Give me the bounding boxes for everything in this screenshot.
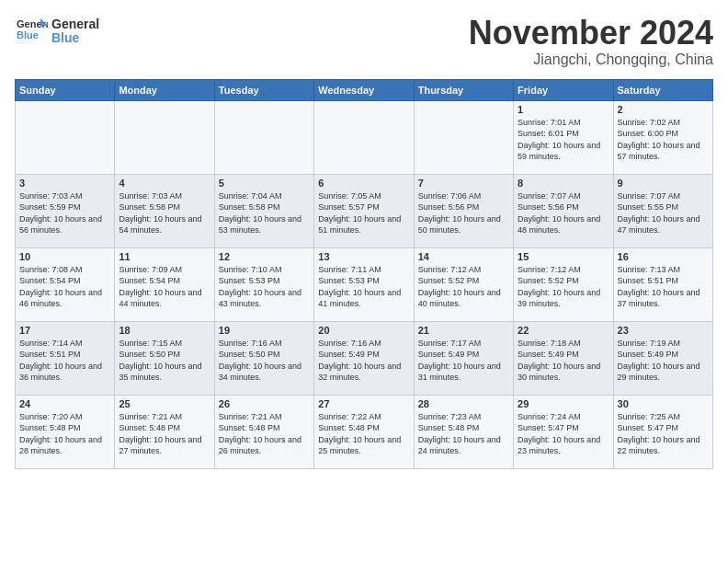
calendar-cell: 11Sunrise: 7:09 AM Sunset: 5:54 PM Dayli… (115, 247, 214, 321)
day-number: 11 (119, 251, 210, 262)
calendar-cell (115, 100, 214, 174)
day-info: Sunrise: 7:11 AM Sunset: 5:53 PM Dayligh… (318, 264, 409, 310)
calendar-cell: 25Sunrise: 7:21 AM Sunset: 5:48 PM Dayli… (115, 395, 214, 468)
day-number: 3 (19, 178, 110, 189)
calendar-cell: 9Sunrise: 7:07 AM Sunset: 5:55 PM Daylig… (613, 174, 712, 247)
day-info: Sunrise: 7:21 AM Sunset: 5:48 PM Dayligh… (119, 411, 210, 457)
day-info: Sunrise: 7:19 AM Sunset: 5:49 PM Dayligh… (618, 338, 709, 384)
day-info: Sunrise: 7:04 AM Sunset: 5:58 PM Dayligh… (219, 190, 310, 236)
calendar-cell: 29Sunrise: 7:24 AM Sunset: 5:47 PM Dayli… (514, 395, 613, 468)
day-number: 12 (219, 251, 310, 262)
calendar-cell: 22Sunrise: 7:18 AM Sunset: 5:49 PM Dayli… (514, 321, 613, 395)
header: General Blue General Blue November 2024 … (15, 15, 713, 68)
day-info: Sunrise: 7:09 AM Sunset: 5:54 PM Dayligh… (119, 264, 210, 310)
day-info: Sunrise: 7:02 AM Sunset: 6:00 PM Dayligh… (618, 117, 709, 163)
calendar-cell: 3Sunrise: 7:03 AM Sunset: 5:59 PM Daylig… (16, 174, 115, 247)
calendar-cell: 24Sunrise: 7:20 AM Sunset: 5:48 PM Dayli… (16, 395, 115, 468)
day-info: Sunrise: 7:16 AM Sunset: 5:50 PM Dayligh… (219, 338, 310, 384)
calendar-cell (214, 100, 313, 174)
logo-line2: Blue (51, 31, 99, 45)
svg-text:Blue: Blue (17, 29, 39, 40)
calendar-week-4: 17Sunrise: 7:14 AM Sunset: 5:51 PM Dayli… (16, 321, 713, 395)
day-info: Sunrise: 7:13 AM Sunset: 5:51 PM Dayligh… (618, 264, 709, 310)
calendar-cell: 12Sunrise: 7:10 AM Sunset: 5:53 PM Dayli… (214, 247, 313, 321)
day-number: 9 (618, 178, 709, 189)
weekday-header-friday: Friday (514, 79, 613, 100)
day-info: Sunrise: 7:12 AM Sunset: 5:52 PM Dayligh… (518, 264, 609, 310)
calendar-cell: 23Sunrise: 7:19 AM Sunset: 5:49 PM Dayli… (613, 321, 712, 395)
day-info: Sunrise: 7:20 AM Sunset: 5:48 PM Dayligh… (19, 411, 110, 457)
calendar-cell: 2Sunrise: 7:02 AM Sunset: 6:00 PM Daylig… (613, 100, 712, 174)
day-info: Sunrise: 7:03 AM Sunset: 5:59 PM Dayligh… (19, 190, 110, 236)
day-info: Sunrise: 7:10 AM Sunset: 5:53 PM Dayligh… (219, 264, 310, 310)
day-number: 16 (618, 251, 709, 262)
month-title: November 2024 (469, 15, 713, 52)
day-info: Sunrise: 7:12 AM Sunset: 5:52 PM Dayligh… (418, 264, 509, 310)
day-number: 19 (219, 325, 310, 336)
calendar-cell: 4Sunrise: 7:03 AM Sunset: 5:58 PM Daylig… (115, 174, 214, 247)
day-number: 7 (418, 178, 509, 189)
day-info: Sunrise: 7:05 AM Sunset: 5:57 PM Dayligh… (318, 190, 409, 236)
day-info: Sunrise: 7:15 AM Sunset: 5:50 PM Dayligh… (119, 338, 210, 384)
day-number: 2 (618, 104, 709, 115)
day-number: 14 (418, 251, 509, 262)
logo: General Blue General Blue (15, 15, 99, 48)
day-info: Sunrise: 7:07 AM Sunset: 5:56 PM Dayligh… (518, 190, 609, 236)
day-number: 4 (119, 178, 210, 189)
day-info: Sunrise: 7:18 AM Sunset: 5:49 PM Dayligh… (518, 338, 609, 384)
day-info: Sunrise: 7:21 AM Sunset: 5:48 PM Dayligh… (219, 411, 310, 457)
day-info: Sunrise: 7:17 AM Sunset: 5:49 PM Dayligh… (418, 338, 509, 384)
calendar-cell: 7Sunrise: 7:06 AM Sunset: 5:56 PM Daylig… (414, 174, 513, 247)
calendar-cell (414, 100, 513, 174)
day-number: 21 (418, 325, 509, 336)
calendar-cell: 16Sunrise: 7:13 AM Sunset: 5:51 PM Dayli… (613, 247, 712, 321)
weekday-header-tuesday: Tuesday (214, 79, 313, 100)
calendar-week-2: 3Sunrise: 7:03 AM Sunset: 5:59 PM Daylig… (16, 174, 713, 247)
calendar-cell: 28Sunrise: 7:23 AM Sunset: 5:48 PM Dayli… (414, 395, 513, 468)
day-number: 6 (318, 178, 409, 189)
calendar-cell: 18Sunrise: 7:15 AM Sunset: 5:50 PM Dayli… (115, 321, 214, 395)
day-info: Sunrise: 7:22 AM Sunset: 5:48 PM Dayligh… (318, 411, 409, 457)
subtitle: Jiangchi, Chongqing, China (469, 52, 713, 68)
calendar-cell: 13Sunrise: 7:11 AM Sunset: 5:53 PM Dayli… (314, 247, 414, 321)
weekday-header-sunday: Sunday (16, 79, 115, 100)
day-number: 20 (318, 325, 409, 336)
day-number: 13 (318, 251, 409, 262)
day-number: 1 (518, 104, 609, 115)
calendar-cell (314, 100, 414, 174)
calendar-week-3: 10Sunrise: 7:08 AM Sunset: 5:54 PM Dayli… (16, 247, 713, 321)
calendar-cell: 19Sunrise: 7:16 AM Sunset: 5:50 PM Dayli… (214, 321, 313, 395)
day-number: 8 (518, 178, 609, 189)
calendar-cell: 20Sunrise: 7:16 AM Sunset: 5:49 PM Dayli… (314, 321, 414, 395)
day-info: Sunrise: 7:25 AM Sunset: 5:47 PM Dayligh… (618, 411, 709, 457)
calendar-week-1: 1Sunrise: 7:01 AM Sunset: 6:01 PM Daylig… (16, 100, 713, 174)
calendar-cell (16, 100, 115, 174)
day-number: 15 (518, 251, 609, 262)
calendar-cell: 27Sunrise: 7:22 AM Sunset: 5:48 PM Dayli… (314, 395, 414, 468)
day-info: Sunrise: 7:01 AM Sunset: 6:01 PM Dayligh… (518, 117, 609, 163)
day-info: Sunrise: 7:16 AM Sunset: 5:49 PM Dayligh… (318, 338, 409, 384)
day-number: 18 (119, 325, 210, 336)
calendar-cell: 10Sunrise: 7:08 AM Sunset: 5:54 PM Dayli… (16, 247, 115, 321)
day-number: 30 (618, 398, 709, 409)
logo-line1: General (51, 17, 99, 31)
day-info: Sunrise: 7:23 AM Sunset: 5:48 PM Dayligh… (418, 411, 509, 457)
weekday-header-row: SundayMondayTuesdayWednesdayThursdayFrid… (16, 79, 713, 100)
day-number: 24 (19, 398, 110, 409)
day-number: 5 (219, 178, 310, 189)
day-info: Sunrise: 7:24 AM Sunset: 5:47 PM Dayligh… (518, 411, 609, 457)
weekday-header-thursday: Thursday (414, 79, 513, 100)
day-number: 29 (518, 398, 609, 409)
calendar-cell: 8Sunrise: 7:07 AM Sunset: 5:56 PM Daylig… (514, 174, 613, 247)
calendar-cell: 21Sunrise: 7:17 AM Sunset: 5:49 PM Dayli… (414, 321, 513, 395)
calendar-cell: 30Sunrise: 7:25 AM Sunset: 5:47 PM Dayli… (613, 395, 712, 468)
calendar-cell: 15Sunrise: 7:12 AM Sunset: 5:52 PM Dayli… (514, 247, 613, 321)
calendar-cell: 5Sunrise: 7:04 AM Sunset: 5:58 PM Daylig… (214, 174, 313, 247)
day-number: 26 (219, 398, 310, 409)
day-info: Sunrise: 7:07 AM Sunset: 5:55 PM Dayligh… (618, 190, 709, 236)
day-number: 23 (618, 325, 709, 336)
day-info: Sunrise: 7:06 AM Sunset: 5:56 PM Dayligh… (418, 190, 509, 236)
calendar-cell: 14Sunrise: 7:12 AM Sunset: 5:52 PM Dayli… (414, 247, 513, 321)
day-number: 25 (119, 398, 210, 409)
day-info: Sunrise: 7:14 AM Sunset: 5:51 PM Dayligh… (19, 338, 110, 384)
